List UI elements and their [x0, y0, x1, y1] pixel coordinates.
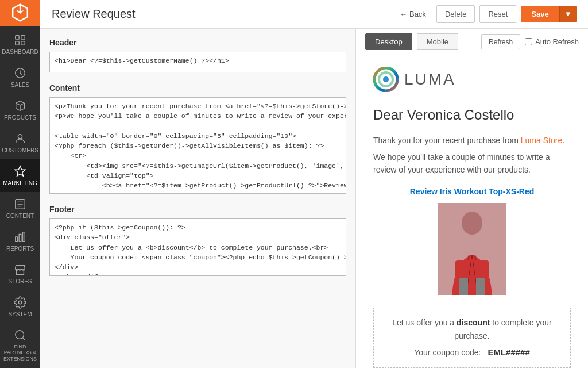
luma-store-link[interactable]: Luma Store — [521, 136, 562, 145]
footer-section: Footer <?php if ($this->getCoupon()): ?>… — [49, 205, 346, 278]
svg-point-18 — [462, 212, 482, 235]
header-section: Header <h1>Dear <?=$this->getCustomerNam… — [49, 38, 346, 74]
sidebar-item-marketing-label: MARKETING — [3, 180, 37, 186]
email-body-line1: Thank you for your recent purchase from … — [373, 134, 571, 147]
sidebar-item-customers[interactable]: CUSTOMERS — [0, 126, 40, 159]
svg-rect-1 — [16, 35, 19, 39]
coupon-code-label: Your coupon code: — [414, 348, 481, 357]
svg-rect-2 — [21, 35, 25, 39]
coupon-bold: discount — [457, 318, 490, 327]
svg-rect-4 — [21, 41, 25, 44]
auto-refresh-label[interactable]: Auto Refresh — [525, 37, 579, 46]
coupon-code-value: EML##### — [488, 347, 529, 357]
sidebar-item-dashboard[interactable]: DASHBOARD — [0, 28, 40, 61]
save-dropdown-button[interactable]: ▼ — [559, 6, 577, 22]
sidebar-item-marketing[interactable]: MARKETING — [0, 159, 40, 192]
product-review-link[interactable]: Review Iris Workout Top-XS-Red — [373, 185, 571, 198]
sidebar-item-products-label: PRODUCTS — [4, 114, 36, 121]
sidebar-item-find-label: FIND PARTNERS & EXTENSIONS — [2, 344, 38, 362]
auto-refresh-checkbox[interactable] — [525, 38, 532, 45]
content-section: Content <p>Thank you for your recent pur… — [49, 83, 346, 195]
footer-code-input[interactable]: <?php if ($this->getCoupon()): ?> <div c… — [49, 218, 346, 276]
sidebar-item-reports-label: REPORTS — [6, 246, 34, 252]
topbar: Review Request ← Back Delete Reset Save … — [40, 0, 588, 29]
back-arrow-icon: ← — [400, 10, 407, 18]
sidebar-item-reports[interactable]: REPORTS — [0, 225, 40, 258]
luma-brand-name: LUMA — [404, 67, 456, 93]
topbar-actions: ← Back Delete Reset Save ▼ — [394, 5, 577, 23]
svg-point-13 — [16, 330, 24, 339]
header-section-title: Header — [49, 38, 346, 47]
footer-section-title: Footer — [49, 205, 346, 214]
svg-point-12 — [18, 301, 22, 304]
tab-mobile[interactable]: Mobile — [417, 33, 458, 50]
content-area: Header <h1>Dear <?=$this->getCustomerNam… — [40, 29, 588, 368]
product-image — [438, 203, 506, 295]
email-greeting: Dear Veronica Costello — [373, 104, 571, 126]
content-code-input[interactable]: <p>Thank you for your recent purchase fr… — [49, 97, 346, 194]
sidebar-item-content-label: CONTENT — [6, 213, 34, 219]
svg-point-16 — [383, 76, 389, 82]
header-code-input[interactable]: <h1>Dear <?=$this->getCustomerName() ?><… — [49, 52, 346, 72]
product-image-area — [373, 203, 571, 298]
page-title: Review Request — [52, 7, 385, 21]
svg-rect-9 — [16, 237, 18, 241]
sidebar-item-find[interactable]: FIND PARTNERS & EXTENSIONS — [0, 323, 40, 368]
luma-logo-icon — [373, 67, 399, 92]
delete-button[interactable]: Delete — [436, 5, 475, 23]
sidebar-item-sales-label: SALES — [11, 82, 29, 88]
email-body-post: . — [562, 136, 564, 145]
sidebar-item-system[interactable]: SYSTEM — [0, 290, 40, 323]
preview-toolbar: Desktop Mobile Refresh Auto Refresh — [356, 29, 588, 55]
sidebar-item-sales[interactable]: SALES — [0, 61, 40, 94]
email-body-pre: Thank you for your recent purchase from — [373, 136, 521, 145]
save-button-group: Save ▼ — [521, 6, 577, 22]
email-logo-area: LUMA — [373, 67, 571, 93]
coupon-box: Let us offer you a discount to complete … — [373, 308, 571, 368]
content-section-title: Content — [49, 83, 346, 93]
back-button[interactable]: ← Back — [394, 6, 432, 22]
magento-logo[interactable] — [0, 0, 40, 26]
svg-rect-3 — [16, 41, 19, 44]
svg-rect-10 — [19, 234, 21, 241]
sidebar-item-stores-label: STORES — [9, 278, 32, 285]
svg-rect-21 — [476, 278, 485, 295]
email-body: Thank you for your recent purchase from … — [373, 134, 571, 368]
sidebar-item-dashboard-label: DASHBOARD — [2, 49, 38, 55]
refresh-button[interactable]: Refresh — [481, 34, 520, 49]
tab-desktop[interactable]: Desktop — [365, 33, 412, 50]
svg-point-6 — [18, 134, 22, 138]
sidebar-item-products[interactable]: PRODUCTS — [0, 94, 40, 126]
svg-rect-11 — [23, 232, 25, 241]
coupon-text: Let us offer you a discount to complete … — [385, 316, 559, 342]
right-panel: Desktop Mobile Refresh Auto Refresh — [356, 29, 588, 368]
coupon-text-pre: Let us offer you a — [392, 318, 457, 327]
email-body-line2: We hope you'll take a couple of minutes … — [373, 151, 571, 177]
coupon-code-line: Your coupon code: EML##### — [385, 346, 559, 359]
left-panel: Header <h1>Dear <?=$this->getCustomerNam… — [40, 29, 356, 368]
save-button[interactable]: Save — [521, 6, 559, 22]
auto-refresh-text: Auto Refresh — [535, 37, 579, 46]
reset-button[interactable]: Reset — [479, 5, 516, 23]
sidebar-item-content[interactable]: CONTENT — [0, 192, 40, 225]
sidebar-item-customers-label: CUSTOMERS — [2, 147, 38, 154]
email-preview: LUMA Dear Veronica Costello Thank you fo… — [356, 55, 588, 368]
svg-marker-7 — [15, 166, 25, 175]
svg-rect-20 — [459, 278, 468, 295]
sidebar: DASHBOARD SALES PRODUCTS CUSTOMERS MARKE… — [0, 0, 40, 368]
sidebar-item-stores[interactable]: STORES — [0, 258, 40, 290]
main-area: Review Request ← Back Delete Reset Save … — [40, 0, 588, 368]
sidebar-item-system-label: SYSTEM — [8, 311, 32, 317]
